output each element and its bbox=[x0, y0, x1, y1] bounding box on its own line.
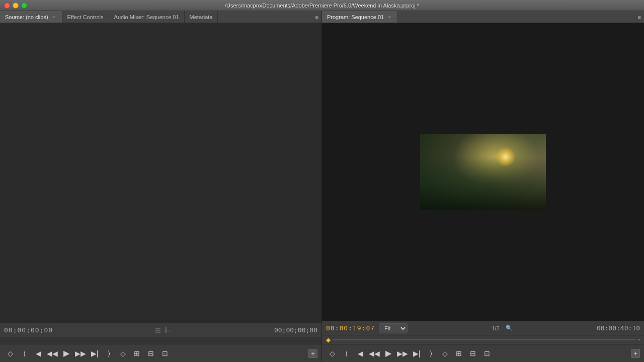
effect-controls-tab[interactable]: Effect Controls bbox=[62, 11, 109, 23]
zoom-icon[interactable]: 🔍 bbox=[506, 325, 513, 331]
source-tab-label: Source: (no clips) bbox=[5, 14, 48, 20]
source-timecode-bar: 00;00;00;00 ⊞ ⊢ 00;00;00;00 bbox=[0, 323, 321, 337]
program-mark-in-btn[interactable]: ◇ bbox=[326, 347, 338, 359]
program-add-btn[interactable]: + bbox=[631, 349, 640, 358]
program-timecode-bar: 00:00:19:07 Fit 1/2 🔍 00:00:40:10 bbox=[322, 321, 644, 335]
sun-glow bbox=[496, 147, 516, 167]
marker-diamond-icon: ◆ bbox=[326, 336, 331, 343]
source-rewind-btn[interactable]: ◀◀ bbox=[46, 347, 58, 359]
left-panel: Source: (no clips) × Effect Controls Aud… bbox=[0, 11, 322, 362]
source-timecode-right: 00;00;00;00 bbox=[274, 326, 317, 334]
maximize-button[interactable] bbox=[21, 3, 27, 9]
program-lift-btn[interactable]: ⊞ bbox=[453, 347, 465, 359]
source-frame-icon: ⊞ bbox=[155, 326, 161, 334]
program-timecode[interactable]: 00:00:19:07 bbox=[326, 324, 375, 332]
effect-controls-label: Effect Controls bbox=[67, 14, 104, 20]
close-button[interactable] bbox=[4, 3, 10, 9]
source-overlay-btn[interactable]: ⊟ bbox=[145, 347, 157, 359]
source-prev-edit-btn[interactable]: ◀ bbox=[32, 347, 44, 359]
source-shuttle-icon: ⊢ bbox=[165, 325, 172, 335]
program-duration: 00:00:40:10 bbox=[597, 324, 640, 332]
program-monitor bbox=[322, 23, 644, 321]
source-tab-close[interactable]: × bbox=[51, 14, 57, 20]
source-mark-out-btn[interactable]: ◇ bbox=[117, 347, 129, 359]
source-progress-area[interactable] bbox=[0, 337, 321, 344]
main-container: Source: (no clips) × Effect Controls Aud… bbox=[0, 11, 644, 362]
source-timecode-left: 00;00;00;00 bbox=[4, 326, 53, 334]
program-camera-btn[interactable]: ⊡ bbox=[481, 347, 493, 359]
marker-line bbox=[333, 339, 636, 340]
source-mark-in-btn[interactable]: ◇ bbox=[4, 347, 16, 359]
program-step-back-btn[interactable]: ⟨ bbox=[340, 347, 352, 359]
source-play-btn[interactable]: ▶ bbox=[60, 347, 72, 359]
source-monitor bbox=[0, 23, 321, 323]
source-step-back-btn[interactable]: ⟨ bbox=[18, 347, 30, 359]
program-play-btn[interactable]: ▶ bbox=[382, 347, 394, 359]
program-controls: ◇ ⟨ ◀ ◀◀ ▶ ▶▶ ▶| ⟩ ◇ ⊞ ⊟ ⊡ + bbox=[322, 344, 644, 362]
source-tab-bar: Source: (no clips) × Effect Controls Aud… bbox=[0, 11, 321, 23]
program-next-edit-btn[interactable]: ▶| bbox=[411, 347, 423, 359]
program-tab-menu[interactable]: ≡ bbox=[635, 11, 644, 23]
source-step-fwd-btn[interactable]: ⟩ bbox=[103, 347, 115, 359]
fit-dropdown[interactable]: Fit bbox=[379, 323, 408, 333]
source-controls: ◇ ⟨ ◀ ◀◀ ▶ ▶▶ ▶| ⟩ ◇ ⊞ ⊟ ⊡ + bbox=[0, 344, 321, 362]
program-prev-edit-btn[interactable]: ◀ bbox=[354, 347, 366, 359]
program-fast-fwd-btn[interactable]: ▶▶ bbox=[396, 347, 409, 359]
page-number: 1/2 bbox=[492, 325, 499, 331]
source-fast-fwd-btn[interactable]: ▶▶ bbox=[74, 347, 87, 359]
tab-menu-icon[interactable]: ≡ bbox=[312, 11, 321, 23]
program-mark-out-btn[interactable]: ◇ bbox=[439, 347, 451, 359]
source-insert-btn[interactable]: ⊞ bbox=[131, 347, 143, 359]
program-video-preview bbox=[420, 134, 546, 210]
source-add-btn[interactable]: + bbox=[308, 349, 317, 358]
program-tab-bar: Program: Sequence 01 × ≡ bbox=[322, 11, 644, 23]
program-step-fwd-btn[interactable]: ⟩ bbox=[425, 347, 437, 359]
metadata-tab[interactable]: Metadata bbox=[185, 11, 218, 23]
source-camera-btn[interactable]: ⊡ bbox=[159, 347, 171, 359]
tree-silhouette bbox=[420, 157, 546, 210]
program-tab-close[interactable]: × bbox=[386, 14, 392, 20]
program-extract-btn[interactable]: ⊟ bbox=[467, 347, 479, 359]
marker-dot: • bbox=[638, 337, 640, 342]
right-panel: Program: Sequence 01 × ≡ 00:00:19:07 Fit… bbox=[322, 11, 644, 362]
traffic-lights bbox=[4, 3, 27, 9]
audio-mixer-tab[interactable]: Audio Mixer: Sequence 01 bbox=[109, 11, 185, 23]
program-rewind-btn[interactable]: ◀◀ bbox=[368, 347, 380, 359]
program-marker-bar: ◆ • bbox=[322, 335, 644, 344]
titlebar: /Users/macpro/Documents/Adobe/Premiere P… bbox=[0, 0, 644, 11]
source-tab[interactable]: Source: (no clips) × bbox=[0, 11, 62, 23]
source-next-edit-btn[interactable]: ▶| bbox=[89, 347, 101, 359]
metadata-label: Metadata bbox=[190, 14, 213, 20]
program-tab[interactable]: Program: Sequence 01 × bbox=[322, 11, 398, 23]
program-tab-label: Program: Sequence 01 bbox=[327, 14, 384, 20]
minimize-button[interactable] bbox=[13, 3, 19, 9]
window-title: /Users/macpro/Documents/Adobe/Premiere P… bbox=[225, 3, 419, 9]
audio-mixer-label: Audio Mixer: Sequence 01 bbox=[114, 14, 179, 20]
